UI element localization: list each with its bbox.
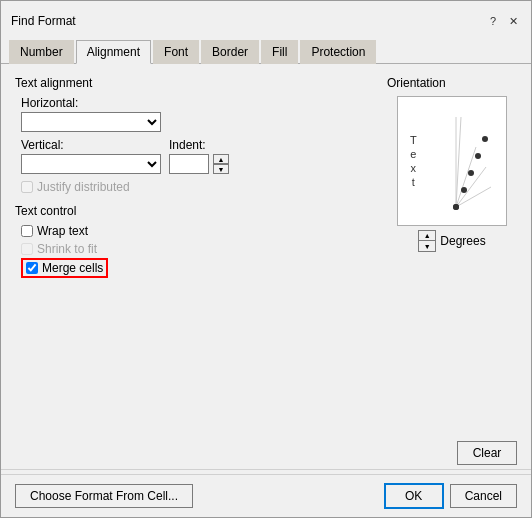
choose-format-button[interactable]: Choose Format From Cell... (15, 484, 193, 508)
degrees-row: ▲ ▼ Degrees (418, 230, 485, 252)
svg-point-6 (461, 187, 467, 193)
vertical-select[interactable] (21, 154, 161, 174)
dialog-title: Find Format (11, 14, 76, 28)
wrap-text-row: Wrap text (21, 224, 371, 238)
svg-point-7 (468, 170, 474, 176)
tab-number[interactable]: Number (9, 40, 74, 64)
orientation-t: t (412, 176, 415, 188)
merge-cells-label: Merge cells (42, 261, 103, 275)
clear-area: Clear (1, 441, 531, 469)
orientation-label: Orientation (387, 76, 446, 90)
find-format-dialog: Find Format ? ✕ Number Alignment Font Bo… (0, 0, 532, 518)
orientation-svg (416, 107, 496, 217)
left-panel: Text alignment Horizontal: Vertical: (15, 76, 371, 282)
horizontal-select-wrapper (21, 112, 161, 132)
tab-bar: Number Alignment Font Border Fill Protec… (1, 35, 531, 64)
indent-up-button[interactable]: ▲ (213, 154, 229, 164)
title-bar: Find Format ? ✕ (1, 1, 531, 33)
tab-border[interactable]: Border (201, 40, 259, 64)
orientation-panel: Orientation T e x t (387, 76, 517, 282)
tab-font[interactable]: Font (153, 40, 199, 64)
cancel-button[interactable]: Cancel (450, 484, 517, 508)
indent-input[interactable] (169, 154, 209, 174)
tab-protection[interactable]: Protection (300, 40, 376, 64)
justify-distributed-label: Justify distributed (37, 180, 130, 194)
indent-spinner: ▲ ▼ (213, 154, 229, 174)
bottom-bar: Choose Format From Cell... OK Cancel (1, 474, 531, 517)
tab-fill[interactable]: Fill (261, 40, 298, 64)
degrees-label: Degrees (440, 234, 485, 248)
wrap-text-label: Wrap text (37, 224, 88, 238)
wrap-text-checkbox[interactable] (21, 225, 33, 237)
svg-point-10 (453, 204, 459, 210)
indent-label: Indent: (169, 138, 229, 152)
shrink-to-fit-label: Shrink to fit (37, 242, 97, 256)
indent-down-button[interactable]: ▼ (213, 164, 229, 174)
vertical-label: Vertical: (21, 138, 161, 152)
shrink-to-fit-row: Shrink to fit (21, 242, 371, 256)
ok-button[interactable]: OK (384, 483, 444, 509)
spacer (1, 294, 531, 441)
text-control-label: Text control (15, 204, 371, 218)
bottom-right: OK Cancel (384, 483, 517, 509)
shrink-to-fit-checkbox[interactable] (21, 243, 33, 255)
justify-distributed-checkbox[interactable] (21, 181, 33, 193)
svg-point-9 (482, 136, 488, 142)
bottom-left: Choose Format From Cell... (15, 484, 384, 508)
horizontal-label: Horizontal: (21, 96, 371, 110)
horizontal-select[interactable] (21, 112, 161, 132)
clear-button[interactable]: Clear (457, 441, 517, 465)
justify-distributed-row: Justify distributed (21, 180, 371, 194)
merge-cells-highlight: Merge cells (21, 258, 108, 278)
degrees-down-button[interactable]: ▼ (418, 241, 436, 252)
close-button[interactable]: ✕ (505, 13, 521, 29)
orientation-box: T e x t (397, 96, 507, 226)
svg-point-8 (475, 153, 481, 159)
main-content: Text alignment Horizontal: Vertical: (1, 64, 531, 294)
text-alignment-label: Text alignment (15, 76, 371, 90)
tab-alignment[interactable]: Alignment (76, 40, 151, 64)
bottom-divider (1, 469, 531, 470)
degrees-up-button[interactable]: ▲ (418, 230, 436, 241)
merge-cells-checkbox[interactable] (26, 262, 38, 274)
help-button[interactable]: ? (485, 13, 501, 29)
text-control-section: Text control Wrap text Shrink to fit Mer… (15, 204, 371, 278)
title-bar-controls: ? ✕ (485, 13, 521, 29)
merge-cells-row: Merge cells (21, 258, 371, 278)
